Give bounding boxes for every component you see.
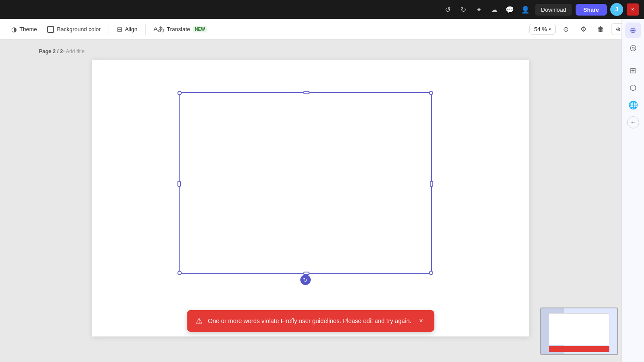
right-sidebar: ⊕ ◎ ⊞ ⬡ 🌐 + — [621, 19, 644, 362]
zoom-chevron-icon: ▾ — [549, 27, 551, 32]
canvas-page[interactable] — [92, 60, 529, 336]
theme-label: Theme — [19, 26, 37, 32]
toast-message: One or more words violate Firefly user g… — [208, 317, 411, 324]
sidebar-icon-brand[interactable]: ◎ — [625, 40, 641, 55]
settings-button[interactable]: ⚙ — [576, 22, 590, 36]
magic-icon[interactable]: ✦ — [473, 3, 485, 16]
trash-button[interactable]: 🗑 — [594, 22, 608, 36]
divider-1 — [109, 24, 109, 35]
fit-screen-button[interactable]: ⊙ — [559, 22, 573, 36]
translate-badge: NEW — [193, 26, 207, 32]
sidebar-icon-globe[interactable]: 🌐 — [625, 97, 641, 113]
sidebar-icon-grid[interactable]: ⊞ — [625, 63, 641, 78]
zoom-level: 54 % — [534, 26, 547, 32]
share-button[interactable]: Share — [576, 4, 607, 16]
page-label: Page 2 / 2- Add title — [39, 48, 84, 54]
add-title-label[interactable]: - Add title — [63, 48, 84, 54]
mini-red-bar — [549, 346, 610, 352]
toast-close-button[interactable]: × — [416, 316, 425, 326]
translate-icon: Aあ — [154, 25, 164, 33]
translate-label: Translate — [167, 26, 190, 32]
close-app-button[interactable]: × — [627, 3, 639, 16]
avatar[interactable]: J — [610, 3, 623, 16]
theme-button[interactable]: ◑ Theme — [7, 23, 41, 36]
sidebar-icon-apps[interactable]: ⊕ — [625, 22, 641, 38]
translate-button[interactable]: Aあ Translate NEW — [149, 22, 212, 36]
sidebar-icon-hex[interactable]: ⬡ — [625, 80, 641, 96]
redo-icon[interactable]: ↻ — [457, 3, 469, 16]
warning-icon: ⚠ — [196, 316, 203, 326]
toolbar-right: 54 % ▾ ⊙ ⚙ 🗑 ⊕ Add — [529, 22, 637, 36]
chat-icon[interactable]: 💬 — [504, 3, 516, 16]
topbar: ↺ ↻ ✦ ☁ 💬 👤 Download Share J × — [0, 0, 644, 19]
download-button[interactable]: Download — [535, 4, 572, 16]
profile-icon[interactable]: 👤 — [519, 3, 531, 16]
sidebar-add-button[interactable]: + — [627, 116, 639, 128]
background-color-label: Background color — [57, 26, 100, 32]
undo-icon[interactable]: ↺ — [441, 3, 454, 16]
error-toast: ⚠ One or more words violate Firefly user… — [187, 310, 434, 332]
toolbar: ◑ Theme Background color ⊟ Align Aあ Tran… — [0, 19, 644, 40]
zoom-control[interactable]: 54 % ▾ — [529, 24, 556, 35]
canvas-wrapper: ↻ — [92, 60, 529, 336]
page-number: Page 2 / 2 — [39, 48, 63, 54]
align-icon: ⊟ — [117, 26, 122, 33]
divider-2 — [145, 24, 146, 35]
background-color-button[interactable]: Background color — [43, 23, 105, 35]
mini-inner — [549, 313, 610, 345]
add-plus-icon: ⊕ — [616, 26, 621, 32]
canvas-area: Page 2 / 2- Add title ↻ ⚠ One or more wo… — [0, 40, 621, 362]
mini-preview[interactable] — [540, 308, 618, 355]
sidebar-divider — [627, 59, 640, 59]
align-button[interactable]: ⊟ Align — [113, 23, 142, 36]
theme-icon: ◑ — [11, 26, 17, 33]
cloud-icon[interactable]: ☁ — [488, 3, 500, 16]
background-color-icon — [47, 26, 54, 33]
align-label: Align — [125, 26, 138, 32]
